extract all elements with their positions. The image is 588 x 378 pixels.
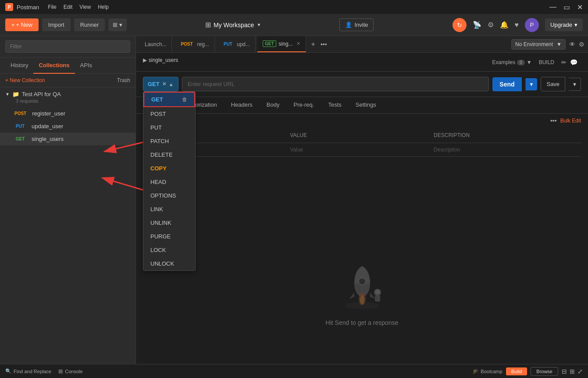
dropdown-item-copy[interactable]: COPY [143, 162, 195, 175]
tab-get-sing[interactable]: GET sing... ✕ [257, 36, 306, 52]
collection-header: ▼ 📁 Test API for QA [5, 91, 130, 97]
main-layout: History Collections APIs + New Collectio… [0, 36, 588, 364]
satellite-icon[interactable]: 📡 [473, 21, 481, 29]
trash-button[interactable]: Trash [117, 77, 130, 83]
upgrade-button[interactable]: Upgrade ▾ [545, 18, 583, 31]
layout-rows-icon[interactable]: ⊞ [570, 368, 575, 375]
tab-post-reg[interactable]: POST reg... [174, 36, 215, 52]
tab-launch[interactable]: Launch... [139, 36, 172, 52]
toolbar: + + New Import Runner ⊞ ▾ ⊞ My Workspace… [0, 14, 588, 36]
sync-icon[interactable]: ↻ [453, 18, 467, 32]
env-selector: No Environment ▼ 👁 ⚙ [511, 39, 584, 50]
save-button[interactable]: Save [541, 77, 565, 91]
maximize-button[interactable]: ▭ [563, 3, 570, 11]
import-button[interactable]: Import [42, 18, 71, 31]
tab-close-button[interactable]: ✕ [296, 41, 300, 47]
find-replace-item[interactable]: 🔍 Find and Replace [5, 368, 51, 374]
delete-icon[interactable]: 🗑 [182, 97, 187, 103]
dropdown-item-lock[interactable]: LOCK [143, 243, 195, 257]
description-cell[interactable]: Description [430, 143, 574, 157]
bell-icon[interactable]: 🔔 [500, 21, 509, 29]
request-name: register_user [32, 110, 65, 117]
folder-icon: 📁 [12, 91, 19, 97]
dropdown-item-unlink[interactable]: UNLINK [143, 216, 195, 230]
dropdown-item-get[interactable]: GET 🗑 [143, 92, 195, 107]
settings-env-icon[interactable]: ⚙ [579, 41, 584, 48]
eye-icon[interactable]: 👁 [569, 41, 575, 48]
new-collection-button[interactable]: + New Collection [5, 77, 45, 83]
sidebar-tab-collections[interactable]: Collections [33, 58, 75, 74]
send-button[interactable]: Send [492, 77, 521, 91]
add-tab-button[interactable]: + [308, 40, 319, 48]
new-button[interactable]: + + New [5, 18, 39, 31]
menu-edit[interactable]: Edit [64, 4, 73, 10]
layout-columns-icon[interactable]: ⊟ [562, 368, 567, 375]
titlebar-menus: File Edit View Help [48, 4, 109, 10]
edit-icon[interactable]: ✏ [561, 59, 567, 66]
examples-button[interactable]: Examples 0 ▼ [492, 59, 532, 65]
chevron-up-icon[interactable]: ▲ [169, 82, 174, 87]
dropdown-item-options[interactable]: OPTIONS [143, 189, 195, 202]
sidebar-tabs: History Collections APIs [0, 58, 135, 74]
close-button[interactable]: ✕ [577, 3, 583, 11]
more-tabs-button[interactable]: ••• [321, 41, 327, 48]
runner-button[interactable]: Runner [74, 18, 105, 31]
menu-view[interactable]: View [79, 4, 91, 10]
build-button[interactable]: BUILD [535, 58, 558, 67]
bulk-edit-button[interactable]: Bulk Edit [560, 118, 581, 124]
req-tab-settings[interactable]: Settings [349, 97, 383, 113]
more-options-icon[interactable]: ••• [550, 117, 557, 124]
layout-button[interactable]: ⊞ ▾ [108, 18, 127, 31]
req-tab-body[interactable]: Body [260, 97, 287, 113]
rocket-illustration [336, 259, 388, 312]
params-table: KEY VALUE DESCRIPTION Value Description [143, 128, 581, 157]
build-mode-button[interactable]: Build [506, 367, 527, 375]
dropdown-item-put[interactable]: PUT [143, 121, 195, 134]
dropdown-item-delete[interactable]: DELETE [143, 148, 195, 162]
svg-point-4 [360, 295, 364, 304]
method-selector[interactable]: GET ✕ ▲ [143, 77, 178, 91]
value-cell[interactable]: Value [286, 143, 430, 157]
req-tab-prereq[interactable]: Pre-req. [286, 97, 321, 113]
examples-area: Examples 0 ▼ BUILD ✏ 💬 [489, 58, 581, 67]
method-badge-put: PUT [12, 123, 28, 130]
console-item[interactable]: ▤ Console [58, 368, 82, 374]
dropdown-item-head[interactable]: HEAD [143, 175, 195, 189]
chevron-down-icon: ▼ [556, 41, 562, 47]
method-label: GET [148, 81, 160, 87]
table-row: Value Description [143, 143, 581, 157]
dropdown-item-link[interactable]: LINK [143, 202, 195, 216]
heart-icon[interactable]: ♥ [515, 21, 519, 29]
browse-mode-button[interactable]: Browse [531, 367, 558, 376]
list-item[interactable]: POST register_user [0, 107, 135, 120]
tab-put-upd[interactable]: PUT upd... [217, 36, 256, 52]
search-input[interactable] [5, 40, 130, 53]
list-item[interactable]: GET single_users [0, 133, 135, 145]
invite-button[interactable]: 👤 Invite [339, 18, 374, 31]
send-dropdown-button[interactable]: ▼ [525, 78, 538, 90]
menu-help[interactable]: Help [98, 4, 109, 10]
menu-file[interactable]: File [48, 4, 56, 10]
dropdown-item-purge[interactable]: PURGE [143, 230, 195, 243]
save-dropdown-button[interactable]: ▼ [569, 78, 581, 91]
sidebar-tab-apis[interactable]: APIs [75, 58, 97, 74]
environment-dropdown[interactable]: No Environment ▼ [511, 39, 566, 50]
dropdown-item-patch[interactable]: PATCH [143, 134, 195, 148]
resize-icon[interactable]: ⤢ [577, 368, 583, 375]
collection-meta: 3 requests [5, 98, 130, 104]
sidebar-tab-history[interactable]: History [5, 58, 33, 74]
collection-item[interactable]: ▼ 📁 Test API for QA 3 requests [0, 87, 135, 107]
req-tab-headers[interactable]: Headers [224, 97, 260, 113]
times-icon[interactable]: ✕ [162, 81, 166, 87]
list-item[interactable]: PUT update_user [0, 120, 135, 133]
bootcamp-item[interactable]: 🎓 Bootcamp [473, 368, 502, 374]
comment-icon[interactable]: 💬 [570, 59, 577, 66]
workspace-selector[interactable]: ⊞ My Workspace ▼ [205, 21, 261, 29]
user-avatar[interactable]: P [525, 18, 539, 32]
url-input[interactable] [182, 77, 489, 91]
settings-icon[interactable]: ⚙ [488, 21, 494, 29]
dropdown-item-unlock[interactable]: UNLOCK [143, 257, 195, 270]
req-tab-tests[interactable]: Tests [321, 97, 348, 113]
dropdown-item-post[interactable]: POST [143, 107, 195, 121]
minimize-button[interactable]: — [549, 3, 556, 11]
